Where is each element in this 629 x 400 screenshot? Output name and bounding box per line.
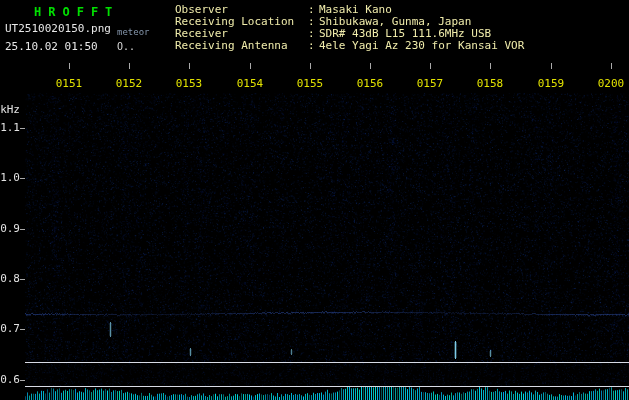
- freq-tick-label: 1.0: [0, 172, 20, 184]
- info-label: Receiving Antenna: [175, 40, 308, 52]
- output-filename: UT2510020150.png: [5, 22, 111, 35]
- observation-mode-label: meteor: [117, 27, 150, 37]
- observation-timestamp: 25.10.02 01:50: [5, 40, 98, 53]
- hrofft-screen: HROFFT UT2510020150.png meteor 25.10.02 …: [0, 0, 629, 400]
- time-tick-label: 0200: [589, 78, 629, 90]
- freq-tick-label: 0.7: [0, 323, 20, 335]
- freq-tick-label: 0.9: [0, 223, 20, 235]
- spectrogram-canvas: [0, 57, 629, 400]
- freq-tick-label: 1.1: [0, 122, 20, 134]
- status-indicator: O..: [117, 41, 135, 52]
- time-tick-label: 0154: [228, 78, 272, 90]
- time-axis: 0151015201530154015501560157015801590200: [0, 78, 629, 90]
- time-tick-label: 0158: [468, 78, 512, 90]
- info-separator: :: [308, 40, 319, 52]
- freq-tick-label: 0.8: [0, 273, 20, 285]
- header: HROFFT UT2510020150.png meteor 25.10.02 …: [0, 0, 629, 57]
- freq-tick-label: 0.6: [0, 374, 20, 386]
- info-value: 4ele Yagi Az 230 for Kansai VOR: [319, 40, 524, 52]
- app-title: HROFFT: [34, 5, 119, 19]
- time-tick-label: 0155: [288, 78, 332, 90]
- time-tick-label: 0157: [408, 78, 452, 90]
- time-tick-label: 0156: [348, 78, 392, 90]
- time-tick-label: 0159: [529, 78, 573, 90]
- station-info: Observer : Masaki Kano Receiving Locatio…: [175, 4, 524, 52]
- time-tick-label: 0152: [107, 78, 151, 90]
- time-tick-label: 0153: [167, 78, 211, 90]
- info-row-antenna: Receiving Antenna : 4ele Yagi Az 230 for…: [175, 40, 524, 52]
- time-tick-label: 0151: [47, 78, 91, 90]
- freq-axis: 1.11.00.90.80.70.6: [0, 0, 25, 400]
